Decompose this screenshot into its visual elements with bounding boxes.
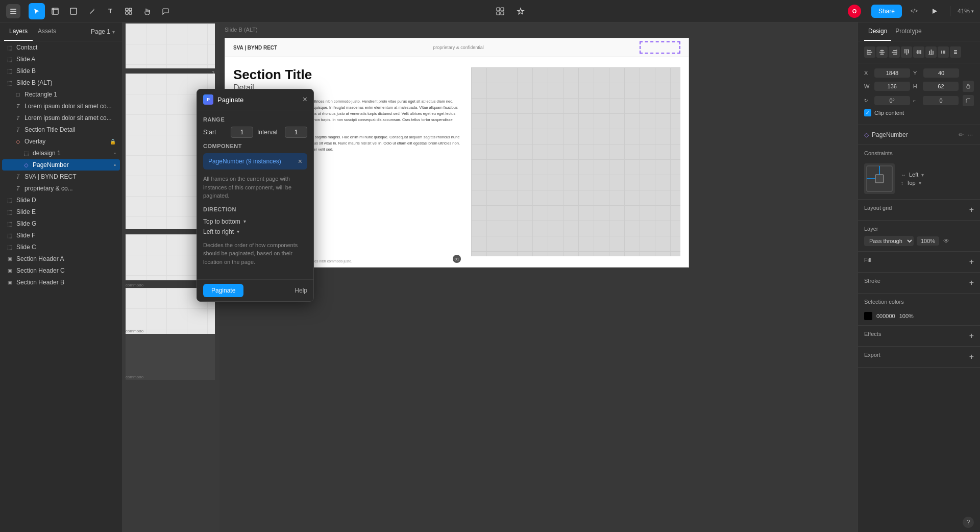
- user-avatar[interactable]: O: [848, 5, 861, 18]
- add-fill-button[interactable]: +: [969, 258, 974, 266]
- sidebar-item-slide-b-alt[interactable]: ⬚ Slide B (ALT): [2, 77, 120, 88]
- start-input[interactable]: [231, 127, 253, 138]
- canvas[interactable]: 2 3 4 commodo commodo commodo Slide: [122, 22, 857, 532]
- export-header: Export +: [864, 352, 974, 362]
- add-stroke-button[interactable]: +: [969, 279, 974, 287]
- y-input[interactable]: [923, 68, 959, 78]
- component-section-title: Component: [203, 143, 307, 149]
- sidebar-item-slide-c[interactable]: ⬚ Slide C: [2, 241, 120, 253]
- menu-button[interactable]: [6, 4, 20, 18]
- sidebar-item-slide-a[interactable]: ⬚ Slide A: [2, 54, 120, 65]
- tool-text[interactable]: T: [102, 3, 118, 19]
- constraint-v-value: Top: [906, 180, 916, 186]
- sidebar-item-lorem1[interactable]: T Lorem ipsum dolor sit amet co...: [2, 101, 120, 112]
- more-component-button[interactable]: ···: [967, 130, 974, 139]
- svg-rect-15: [867, 54, 871, 55]
- corner-type-button[interactable]: [963, 95, 974, 106]
- sidebar-item-lorem2[interactable]: T Lorem ipsum dolor sit amet co...: [2, 112, 120, 124]
- thumb-frame-4[interactable]: [126, 288, 215, 380]
- sidebar-item-slide-d[interactable]: ⬚ Slide D: [2, 195, 120, 206]
- tool-comment[interactable]: [157, 3, 174, 19]
- tool-pen[interactable]: [84, 3, 100, 19]
- share-button[interactable]: Share: [871, 5, 902, 18]
- constraints-title: Constraints: [864, 150, 893, 156]
- w-input[interactable]: [874, 82, 910, 91]
- range-row: Start Interval: [203, 127, 307, 138]
- add-layout-grid-button[interactable]: +: [969, 206, 974, 214]
- sidebar-tabs: Layers Assets Page 1 ▾: [0, 22, 122, 41]
- svg-rect-43: [967, 86, 970, 88]
- layer-section: Layer Pass through 👁: [858, 221, 980, 252]
- align-middle-v-button[interactable]: [913, 46, 924, 58]
- tool-move[interactable]: [29, 3, 45, 19]
- section-icon: ▣: [6, 279, 13, 286]
- x-input[interactable]: [874, 68, 910, 78]
- tool-shape[interactable]: [65, 3, 82, 19]
- sidebar-item-section-a[interactable]: ▣ Section Header A: [2, 253, 120, 264]
- help-section: ?: [858, 513, 980, 532]
- align-top-button[interactable]: [901, 46, 912, 58]
- help-link[interactable]: Help: [295, 287, 307, 294]
- clip-checkbox[interactable]: ✓: [864, 109, 871, 116]
- code-button[interactable]: </>: [906, 3, 922, 19]
- sidebar-item-slide-g[interactable]: ⬚ Slide G: [2, 218, 120, 229]
- tab-layers[interactable]: Layers: [4, 22, 33, 41]
- align-left-button[interactable]: [864, 46, 875, 58]
- interval-input[interactable]: [285, 127, 307, 138]
- sidebar-item-section-c[interactable]: ▣ Section Header C: [2, 265, 120, 276]
- edit-component-button[interactable]: ✏: [958, 130, 965, 139]
- dir-left-to-right[interactable]: Left to right ▾: [203, 227, 307, 237]
- tab-design[interactable]: Design: [864, 22, 891, 41]
- tool-hand[interactable]: [139, 3, 155, 19]
- lock-ratio-button[interactable]: [963, 81, 974, 92]
- color-swatch[interactable]: [864, 312, 872, 320]
- visibility-button[interactable]: 👁: [942, 236, 950, 246]
- svg-rect-36: [928, 55, 934, 55]
- present-button[interactable]: [926, 3, 943, 19]
- zoom-indicator[interactable]: 41% ▾: [958, 8, 974, 15]
- svg-rect-24: [897, 50, 897, 55]
- frame-icon: ⬚: [6, 44, 13, 51]
- selected-element-indicator: [640, 41, 680, 54]
- sidebar-item-pagenumber[interactable]: ◇ PageNumber •: [2, 159, 120, 171]
- tool-components[interactable]: [120, 3, 137, 19]
- dir-top-to-bottom[interactable]: Top to bottom ▾: [203, 216, 307, 227]
- h-input[interactable]: [923, 82, 959, 91]
- sidebar-item-overlay[interactable]: ◇ Overlay 🔒: [2, 136, 120, 147]
- opacity-input[interactable]: [917, 236, 939, 246]
- sidebar-item-proprietary[interactable]: T proprietary & co...: [2, 183, 120, 194]
- add-export-button[interactable]: +: [969, 353, 974, 361]
- page-selector[interactable]: Page 1 ▾: [88, 22, 118, 41]
- sidebar-item-slide-f[interactable]: ⬚ Slide F: [2, 230, 120, 241]
- component-remove-button[interactable]: ×: [298, 157, 302, 165]
- sidebar-item-slide-e[interactable]: ⬚ Slide E: [2, 206, 120, 217]
- distribute-v-button[interactable]: [950, 46, 961, 58]
- help-button[interactable]: ?: [963, 517, 974, 528]
- add-effect-button[interactable]: +: [969, 332, 974, 340]
- sidebar-item-slide-b[interactable]: ⬚ Slide B: [2, 65, 120, 77]
- sidebar-item-section-b[interactable]: ▣ Section Header B: [2, 277, 120, 288]
- stroke-header: Stroke +: [864, 278, 974, 288]
- style-button[interactable]: [512, 3, 529, 19]
- corner-input[interactable]: [923, 96, 959, 105]
- grid-view-button[interactable]: [492, 3, 508, 19]
- tab-assets[interactable]: Assets: [33, 22, 61, 41]
- blend-mode-select[interactable]: Pass through: [864, 236, 914, 246]
- paginate-button[interactable]: Paginate: [203, 284, 243, 297]
- rotation-input[interactable]: [874, 96, 910, 105]
- svg-rect-1: [10, 11, 16, 12]
- align-center-h-button[interactable]: [876, 46, 888, 58]
- thumb-frame-1[interactable]: [126, 23, 215, 68]
- align-bottom-button[interactable]: [925, 46, 937, 58]
- sidebar-item-delasign1[interactable]: ⬚ delasign 1 •: [2, 148, 120, 159]
- sidebar-item-section-title[interactable]: T Section Title Detail: [2, 124, 120, 135]
- sidebar-item-contact[interactable]: ⬚ Contact: [2, 42, 120, 53]
- distribute-h-button[interactable]: [938, 46, 949, 58]
- svg-rect-6: [129, 8, 132, 11]
- sidebar-item-rectangle1[interactable]: □ Rectangle 1: [2, 89, 120, 100]
- sidebar-item-sva[interactable]: T SVA | BYND RECT: [2, 171, 120, 182]
- tool-frame[interactable]: [47, 3, 63, 19]
- modal-close-button[interactable]: ×: [303, 95, 307, 104]
- tab-prototype[interactable]: Prototype: [891, 22, 925, 41]
- align-right-button[interactable]: [889, 46, 900, 58]
